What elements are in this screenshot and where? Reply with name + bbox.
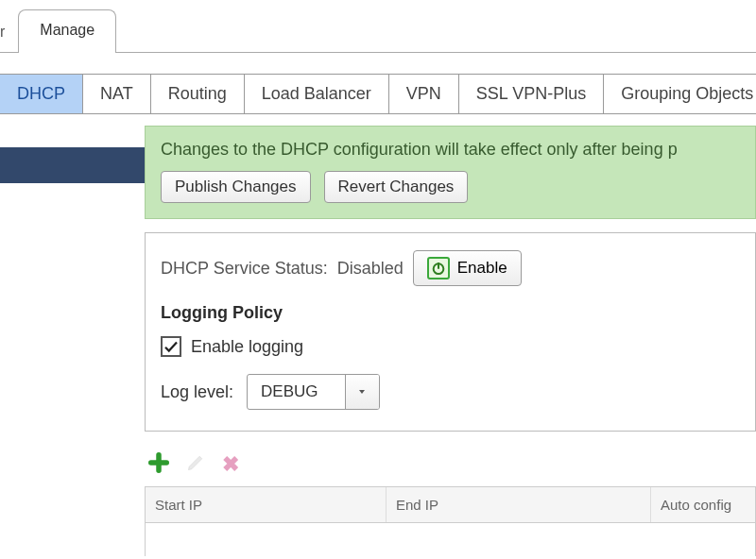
sidebar-active-item[interactable] bbox=[0, 147, 145, 183]
subtab-routing[interactable]: Routing bbox=[151, 75, 245, 113]
primary-tabs: r Manage bbox=[0, 0, 756, 53]
enable-logging-label: Enable logging bbox=[191, 337, 303, 357]
column-start-ip[interactable]: Start IP bbox=[146, 487, 387, 522]
delete-icon: ✖ bbox=[222, 452, 239, 477]
chevron-down-icon[interactable] bbox=[345, 375, 379, 409]
add-icon[interactable] bbox=[148, 452, 169, 477]
edit-icon bbox=[186, 453, 205, 476]
enable-button-label: Enable bbox=[457, 259, 507, 278]
log-level-value: DEBUG bbox=[248, 375, 344, 409]
dhcp-status-value: Disabled bbox=[337, 259, 404, 279]
subtab-load-balancer[interactable]: Load Balancer bbox=[245, 75, 389, 113]
revert-changes-button[interactable]: Revert Changes bbox=[324, 171, 469, 203]
column-auto-config[interactable]: Auto config bbox=[651, 487, 755, 522]
publish-changes-button[interactable]: Publish Changes bbox=[161, 171, 311, 203]
enable-logging-checkbox[interactable] bbox=[161, 336, 181, 357]
log-level-label: Log level: bbox=[161, 382, 233, 402]
tab-partial[interactable]: r bbox=[0, 12, 14, 52]
subtab-vpn[interactable]: VPN bbox=[389, 75, 459, 113]
dhcp-config-panel: DHCP Service Status: Disabled Enable Log… bbox=[145, 232, 756, 432]
svg-marker-2 bbox=[359, 390, 365, 394]
table-body-empty bbox=[146, 523, 755, 556]
subtab-grouping-objects[interactable]: Grouping Objects bbox=[604, 75, 756, 113]
left-sidebar bbox=[0, 114, 145, 556]
subtab-ssl-vpn-plus[interactable]: SSL VPN-Plus bbox=[459, 75, 604, 113]
notice-text: Changes to the DHCP configuration will t… bbox=[161, 140, 740, 160]
subtab-nat[interactable]: NAT bbox=[83, 75, 151, 113]
tab-manage[interactable]: Manage bbox=[18, 9, 116, 53]
dhcp-status-label: DHCP Service Status: bbox=[161, 259, 328, 279]
secondary-tabs: DHCP NAT Routing Load Balancer VPN SSL V… bbox=[0, 74, 756, 114]
power-icon bbox=[427, 257, 450, 280]
enable-service-button[interactable]: Enable bbox=[413, 250, 522, 286]
subtab-dhcp[interactable]: DHCP bbox=[0, 75, 83, 113]
table-toolbar: ✖ bbox=[148, 452, 756, 477]
logging-policy-heading: Logging Policy bbox=[161, 303, 740, 323]
log-level-select[interactable]: DEBUG bbox=[247, 374, 379, 410]
dhcp-pools-table: Start IP End IP Auto config bbox=[145, 486, 756, 556]
column-end-ip[interactable]: End IP bbox=[387, 487, 651, 522]
pending-changes-notice: Changes to the DHCP configuration will t… bbox=[145, 126, 756, 219]
